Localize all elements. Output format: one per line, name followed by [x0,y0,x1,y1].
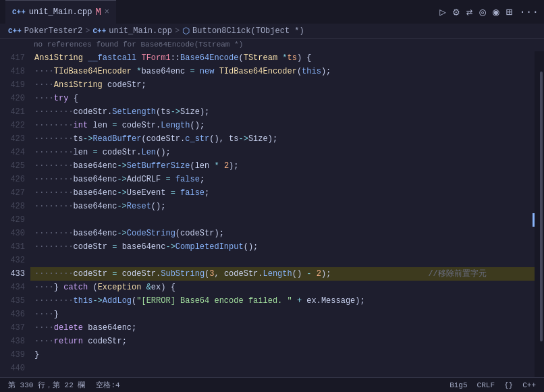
ln-433: 433 [8,267,25,281]
breadcrumb-project[interactable]: PokerTester2 [24,26,82,36]
code-line-419: ····AnsiString codeStr; [30,78,535,92]
breadcrumb-sep-2: > [175,26,180,36]
code-line-427: ········base64enc->UseEvent = false; [30,186,535,200]
status-language[interactable]: C++ [522,381,536,389]
breadcrumb: C++ PokerTester2 > C++ unit_Main.cpp > ⬡… [0,24,544,39]
code-line-424: ········len = codeStr.Len(); [30,146,535,159]
ln-440: 440 [8,362,25,375]
ln-434: 434 [8,281,25,294]
breadcrumb-cpp-icon: C++ [8,27,22,35]
code-line-439: } [30,348,535,362]
code-line-418: ····TIdBase64Encoder *base64enc = new TI… [30,65,535,78]
ln-431: 431 [8,240,25,254]
run-icon[interactable]: ▷ [439,5,446,19]
ln-419: 419 [8,78,25,92]
ln-421: 421 [8,105,25,119]
ln-427: 427 [8,186,25,200]
status-braces: {} [504,381,513,389]
ln-437: 437 [8,321,25,335]
status-line-ending[interactable]: CRLF [477,381,495,389]
ln-432: 432 [8,254,25,267]
code-line-431: ········codeStr = base64enc->CompletedIn… [30,240,535,254]
code-line-436: ····} [30,308,535,321]
status-bar-right: Big5 CRLF {} C++ [450,381,536,389]
ln-430: 430 [8,227,25,240]
broadcast-icon[interactable]: ◉ [493,5,499,19]
breadcrumb-method-icon: ⬡ [182,26,190,36]
ln-424: 424 [8,146,25,159]
ln-420: 420 [8,92,25,105]
title-bar-actions: ▷ ⚙ ⇄ ◎ ◉ ⊞ ··· [439,5,539,19]
code-line-425: ········base64enc->SetBufferSize(len * 2… [30,159,535,173]
breadcrumb-file-icon: C++ [92,27,106,35]
code-line-434: ····} catch (Exception &ex) { [30,281,535,294]
code-line-435: ········this->AddLog("[ERROR] Base64 enc… [30,294,535,308]
code-line-428: ········base64enc->Reset(); [30,200,535,213]
ln-428: 428 [8,200,25,213]
code-line-426: ········base64enc->AddCRLF = false; [30,173,535,186]
code-line-420: ····try { [30,92,535,105]
no-references-text: no references found for Base64Encode(TSt… [34,40,243,49]
ln-426: 426 [8,173,25,186]
code-line-440 [30,362,535,375]
breadcrumb-method[interactable]: Button8Click(TObject *) [192,26,304,36]
breadcrumb-sep-1: > [85,26,90,36]
ln-422: 422 [8,119,25,132]
tab-close-button[interactable]: × [105,7,109,17]
code-line-421: ········codeStr.SetLength(ts->Size); [30,105,535,119]
status-position: 第 330 行，第 22 欄 [8,380,85,390]
editor-area: 417 418 419 420 421 422 423 424 425 426 … [0,51,544,377]
layout-icon[interactable]: ⊞ [506,5,513,19]
remote-icon[interactable]: ⇄ [466,5,473,19]
code-content[interactable]: AnsiString __fastcall TForm1::Base64Enco… [30,51,535,377]
ln-435: 435 [8,294,25,308]
code-line-437: ····delete base64enc; [30,321,535,335]
ln-417: 417 [8,51,25,65]
breadcrumb-file[interactable]: unit_Main.cpp [109,26,172,36]
code-line-430: ········base64enc->CodeString(codeStr); [30,227,535,240]
ln-418: 418 [8,65,25,78]
title-bar-left: C++ unit_Main.cpp M × [5,0,434,24]
no-references-bar: no references found for Base64Encode(TSt… [0,39,544,51]
code-line-433: ········codeStr = codeStr.SubString(3, c… [30,267,535,281]
more-icon[interactable]: ··· [519,6,539,18]
status-spaces: 空格:4 [96,380,119,390]
ln-438: 438 [8,335,25,348]
ln-425: 425 [8,159,25,173]
tab-modified-indicator: M [95,7,101,18]
title-bar: C++ unit_Main.cpp M × ▷ ⚙ ⇄ ◎ ◉ ⊞ ··· [0,0,544,24]
code-line-422: ········int len = codeStr.Length(); [30,119,535,132]
code-line-417: AnsiString __fastcall TForm1::Base64Enco… [30,51,535,65]
code-line-423: ········ts->ReadBuffer(codeStr.c_str(), … [30,132,535,146]
cpp-lang-icon: C++ [12,8,26,16]
tab-filename: unit_Main.cpp [29,7,92,17]
ln-429: 429 [8,213,25,227]
ln-439: 439 [8,348,25,362]
settings-icon[interactable]: ⚙ [453,5,460,19]
status-bar: 第 330 行，第 22 欄 空格:4 Big5 CRLF {} C++ [0,377,544,392]
status-encoding[interactable]: Big5 [450,381,467,389]
scrollbar-thumb[interactable] [540,72,543,341]
code-line-429 [30,213,535,227]
active-tab[interactable]: C++ unit_Main.cpp M × [5,0,116,24]
code-line-438: ····return codeStr; [30,335,535,348]
vertical-scrollbar[interactable] [535,51,544,377]
line-numbers: 417 418 419 420 421 422 423 424 425 426 … [0,51,30,377]
code-line-432 [30,254,535,267]
ln-423: 423 [8,132,25,146]
ln-436: 436 [8,308,25,321]
debug-icon[interactable]: ◎ [479,5,486,19]
